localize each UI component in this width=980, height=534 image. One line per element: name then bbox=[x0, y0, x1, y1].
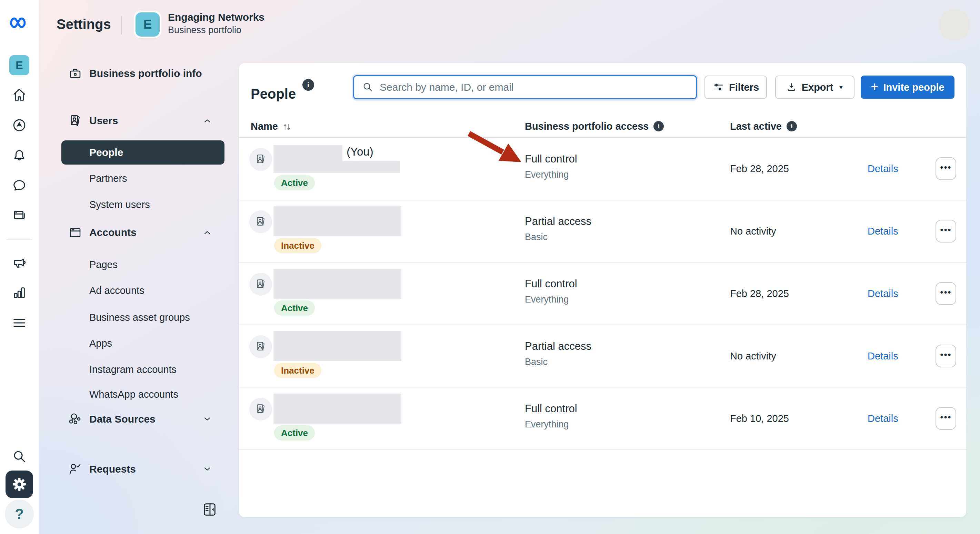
access-cell: Partial access Basic bbox=[525, 340, 591, 367]
sidebar-section-users[interactable]: Users bbox=[39, 108, 238, 133]
id-card-icon bbox=[68, 113, 83, 128]
sidebar-item-system-users[interactable]: System users bbox=[39, 194, 238, 215]
more-options-button[interactable]: ••• bbox=[935, 344, 956, 367]
details-link[interactable]: Details bbox=[868, 138, 898, 200]
portfolio-type: Business portfolio bbox=[168, 25, 241, 35]
meta-infinity-icon bbox=[8, 16, 31, 30]
filters-sliders-icon bbox=[713, 81, 724, 93]
details-link[interactable]: Details bbox=[868, 325, 898, 387]
rail-settings-button-active[interactable] bbox=[6, 470, 33, 498]
redacted-name bbox=[274, 394, 401, 424]
sidebar-section-accounts[interactable]: Accounts bbox=[39, 220, 238, 245]
rail-search-button[interactable] bbox=[7, 444, 32, 469]
rail-all-tools-button[interactable] bbox=[7, 311, 32, 336]
sidebar-section-requests[interactable]: Requests bbox=[39, 457, 238, 481]
data-network-icon bbox=[68, 412, 83, 426]
insights-bars-icon bbox=[11, 285, 27, 300]
rail-notifications-button[interactable] bbox=[7, 143, 32, 168]
access-cell: Full control Everything bbox=[525, 153, 577, 180]
people-info-icon[interactable]: i bbox=[302, 79, 314, 91]
redacted-name bbox=[274, 206, 401, 236]
sidebar-item-apps[interactable]: Apps bbox=[39, 333, 238, 354]
rail-insights-button[interactable] bbox=[7, 280, 32, 305]
briefcase-icon bbox=[68, 66, 83, 81]
sidebar-item-instagram-accounts[interactable]: Instagram accounts bbox=[39, 359, 238, 380]
collapse-sidebar-icon bbox=[202, 502, 218, 517]
more-options-button[interactable]: ••• bbox=[935, 157, 956, 180]
access-info-icon[interactable]: i bbox=[654, 121, 664, 131]
rail-home-button[interactable] bbox=[7, 83, 32, 107]
meta-logo[interactable] bbox=[7, 10, 32, 35]
export-label: Export bbox=[802, 82, 834, 93]
header-divider bbox=[121, 16, 122, 35]
person-avatar bbox=[249, 273, 272, 296]
last-active-cell: Feb 28, 2025 bbox=[730, 263, 789, 325]
more-options-button[interactable]: ••• bbox=[935, 282, 956, 305]
ads-megaphone-icon bbox=[11, 255, 27, 271]
invite-people-button[interactable]: + Invite people bbox=[861, 75, 955, 99]
portfolio-badge[interactable]: E bbox=[135, 13, 160, 37]
rail-promote-button[interactable] bbox=[7, 113, 32, 138]
sidebar-item-pages[interactable]: Pages bbox=[39, 254, 238, 275]
rail-help-button[interactable]: ? bbox=[5, 499, 34, 528]
person-avatar bbox=[249, 398, 272, 421]
sidebar-section-data-sources[interactable]: Data Sources bbox=[39, 407, 238, 431]
last-active-cell: Feb 10, 2025 bbox=[730, 387, 789, 450]
rail-ads-button[interactable] bbox=[7, 250, 32, 275]
id-card-icon bbox=[255, 341, 267, 353]
details-link[interactable]: Details bbox=[868, 263, 898, 325]
filters-button[interactable]: Filters bbox=[705, 75, 767, 99]
table-row: (You) Active Full control Everything Feb… bbox=[239, 138, 966, 200]
last-active-cell: No activity bbox=[730, 325, 776, 387]
redacted-name bbox=[274, 145, 342, 161]
chevron-up-icon bbox=[201, 226, 213, 238]
settings-gear-icon bbox=[11, 476, 28, 493]
page-title: People bbox=[251, 86, 296, 102]
status-badge: Active bbox=[274, 300, 315, 316]
redacted-name bbox=[274, 331, 401, 361]
sidebar-label: Data Sources bbox=[89, 413, 156, 425]
status-badge: Inactive bbox=[274, 363, 321, 378]
details-link[interactable]: Details bbox=[868, 200, 898, 263]
archive-box-icon bbox=[68, 225, 83, 240]
sidebar-item-people-selected[interactable]: People bbox=[61, 140, 224, 164]
sidebar-item-business-portfolio-info[interactable]: Business portfolio info bbox=[39, 61, 238, 86]
access-cell: Full control Everything bbox=[525, 278, 577, 305]
plus-icon: + bbox=[871, 80, 878, 93]
export-button[interactable]: Export ▼ bbox=[775, 75, 854, 99]
last-active-cell: Feb 28, 2025 bbox=[730, 138, 789, 200]
download-icon bbox=[786, 82, 797, 93]
invite-label: Invite people bbox=[883, 82, 944, 93]
rail-pages-button[interactable] bbox=[7, 204, 32, 229]
sidebar-item-ad-accounts[interactable]: Ad accounts bbox=[39, 280, 238, 301]
question-mark-icon: ? bbox=[15, 506, 24, 522]
people-search bbox=[353, 75, 697, 99]
person-check-icon bbox=[68, 462, 83, 477]
rail-messages-button[interactable] bbox=[7, 173, 32, 198]
collapse-sidebar-button[interactable] bbox=[202, 502, 218, 517]
chevron-down-icon bbox=[201, 413, 213, 425]
sidebar-label: People bbox=[89, 147, 123, 158]
rail-portfolio-shortcut[interactable]: E bbox=[7, 53, 32, 78]
search-input[interactable] bbox=[379, 81, 696, 94]
redacted-email bbox=[274, 161, 400, 173]
profile-avatar[interactable] bbox=[939, 9, 970, 41]
sort-icon[interactable]: ↑↓ bbox=[283, 121, 290, 132]
sidebar-item-business-asset-groups[interactable]: Business asset groups bbox=[39, 307, 238, 328]
sidebar-item-whatsapp-accounts[interactable]: WhatsApp accounts bbox=[39, 384, 238, 405]
more-options-button[interactable]: ••• bbox=[935, 220, 956, 242]
sidebar-label: Requests bbox=[89, 463, 136, 475]
details-link[interactable]: Details bbox=[868, 387, 898, 450]
table-row: Active Full control Everything Feb 28, 2… bbox=[239, 263, 966, 325]
more-options-button[interactable]: ••• bbox=[935, 407, 956, 430]
app-title: Settings bbox=[57, 17, 111, 32]
caret-down-icon: ▼ bbox=[838, 84, 844, 90]
table-row: Active Full control Everything Feb 10, 2… bbox=[239, 387, 966, 450]
id-card-icon bbox=[255, 153, 267, 166]
id-card-icon bbox=[255, 403, 267, 415]
last-active-info-icon[interactable]: i bbox=[787, 121, 797, 131]
column-header-access: Business portfolio access i bbox=[525, 115, 664, 138]
sidebar-item-partners[interactable]: Partners bbox=[39, 168, 238, 189]
chevron-up-icon bbox=[201, 115, 213, 127]
table-row: Inactive Partial access Basic No activit… bbox=[239, 325, 966, 387]
